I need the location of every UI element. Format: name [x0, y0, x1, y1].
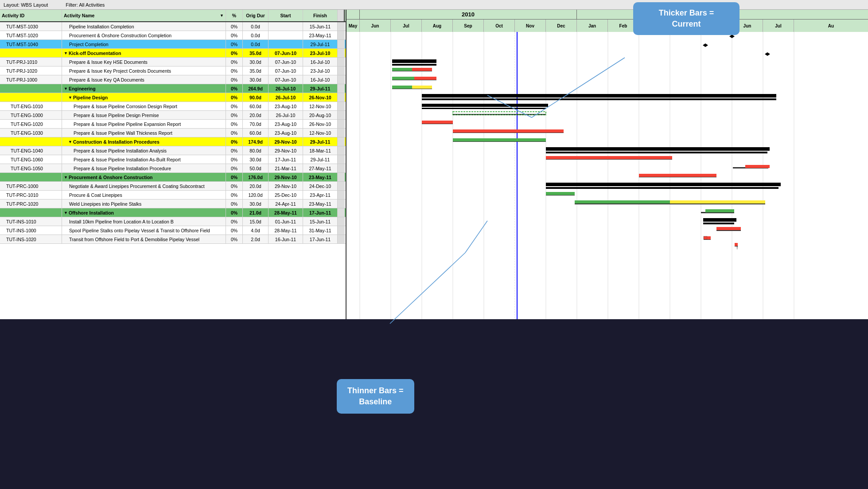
cell-finish: 29-Jul-11 — [303, 84, 338, 93]
table-row[interactable]: TUT-INS-1010 Install 10km Pipeline from … — [0, 217, 346, 226]
eng1050-baseline — [639, 176, 716, 177]
prc1020-green — [705, 209, 734, 212]
cell-start: 07-Jun-10 — [269, 67, 303, 75]
month-aug-2010: Aug — [422, 20, 453, 32]
cell-start: 23-Aug-10 — [269, 102, 303, 110]
cell-start: 29-Nov-10 — [269, 182, 303, 190]
ins1000-baseline — [704, 239, 711, 240]
cell-scroll — [338, 146, 345, 155]
table-row[interactable]: TUT-INS-1000 Spool Pipeline Stalks onto … — [0, 226, 346, 235]
cell-start: 26-Jul-10 — [269, 111, 303, 119]
cell-name: Install 10km Pipeline from Location A to… — [62, 217, 226, 226]
cell-id — [0, 93, 62, 102]
table-row[interactable]: TUT-ENG-1040 Prepare & Issue Pipeline In… — [0, 146, 346, 155]
eng1040-baseline — [546, 158, 672, 160]
ins1010-red2 — [728, 227, 741, 230]
cell-finish: 20-Aug-10 — [303, 111, 338, 119]
cell-id: TUT-PRC-1000 — [0, 182, 62, 190]
kickoff-group-bar-thick — [392, 59, 436, 63]
cell-name: Procure & Coat Linepipes — [62, 191, 226, 199]
table-row[interactable]: TUT-PRC-1000 Negotiate & Award Linepipes… — [0, 182, 346, 191]
cell-origdur: 0.0d — [243, 22, 269, 31]
prj1010-red — [412, 68, 432, 71]
cell-pct: 0% — [226, 84, 243, 93]
cell-scroll — [338, 84, 345, 93]
cell-name: Prepare & Issue Pipeline Pipeline Expans… — [62, 120, 226, 128]
table-row[interactable]: ▼ Construction & Installation Procedures… — [0, 137, 346, 146]
table-row[interactable]: TUT-PRC-1010 Procure & Coat Linepipes 0%… — [0, 191, 346, 200]
ins1020-red — [735, 243, 736, 246]
cell-scroll — [338, 235, 345, 243]
cell-scroll — [338, 67, 345, 75]
cell-id: TUT-ENG-1050 — [0, 164, 62, 172]
table-row[interactable]: TUT-PRC-1020 Weld Linepipes into Pipelin… — [0, 200, 346, 208]
cell-id: TUT-ENG-1060 — [0, 155, 62, 164]
prj1000-yellow — [412, 86, 432, 89]
table-row[interactable]: ▼ Offshore Installation 0% 21.0d 28-May-… — [0, 208, 346, 217]
cell-scroll — [338, 93, 345, 102]
milestone-mst-1020 — [703, 43, 708, 47]
cell-scroll — [338, 191, 345, 199]
cell-finish: 16-Jul-10 — [303, 75, 338, 84]
header-orig-dur: Orig Dur — [243, 10, 269, 21]
cell-id: TUT-ENG-1020 — [0, 120, 62, 128]
table-row[interactable]: TUT-PRJ-1000 Prepare & Issue Key QA Docu… — [0, 75, 346, 84]
cell-name: Negotiate & Award Linepipes Procurement … — [62, 182, 226, 190]
toggle-icon: ▼ — [64, 211, 68, 215]
cell-start: 26-Jul-10 — [269, 93, 303, 102]
table-row[interactable]: TUT-ENG-1060 Prepare & Issue Pipeline In… — [0, 155, 346, 164]
table-body: TUT-MST-1030 Pipeline Installation Compl… — [0, 22, 346, 319]
toggle-icon: ▼ — [64, 175, 68, 180]
cell-scroll — [338, 173, 345, 181]
prj1000-baseline — [392, 88, 432, 89]
table-row[interactable]: ▼ Kick-off Documentation 0% 35.0d 07-Jun… — [0, 49, 346, 58]
filter-arrow[interactable]: ▼ — [220, 13, 224, 18]
cell-name: ▼ Kick-off Documentation — [62, 49, 226, 57]
cell-start: 23-Aug-10 — [269, 129, 303, 137]
header-activity-name: Activity Name ▼ — [62, 10, 226, 21]
table-row[interactable]: TUT-ENG-1050 Prepare & Issue Pipeline In… — [0, 164, 346, 173]
table-row[interactable]: TUT-PRJ-1010 Prepare & Issue Key HSE Doc… — [0, 58, 346, 67]
cell-start — [269, 31, 303, 39]
prj1010-green — [392, 68, 412, 71]
cell-origdur: 174.9d — [243, 137, 269, 146]
cell-origdur: 15.0d — [243, 217, 269, 226]
cell-name: Prepare & Issue Pipeline Installation As… — [62, 155, 226, 164]
table-row[interactable]: TUT-PRJ-1020 Prepare & Issue Key Project… — [0, 67, 346, 75]
table-row[interactable]: ▼ Pipeline Design 0% 90.0d 26-Jul-10 26-… — [0, 93, 346, 102]
table-row[interactable]: TUT-MST-1030 Pipeline Installation Compl… — [0, 22, 346, 31]
cell-start: 23-Aug-10 — [269, 120, 303, 128]
cell-id: TUT-INS-1010 — [0, 217, 62, 226]
cell-pct: 0% — [226, 146, 243, 155]
cell-scroll — [338, 182, 345, 190]
month-may-partial: May — [346, 20, 360, 32]
table-row[interactable]: TUT-INS-1020 Transit from Offshore Field… — [0, 235, 346, 244]
cell-finish: 23-Jul-10 — [303, 67, 338, 75]
table-row[interactable]: TUT-MST-1040 Project Completion 0% 0.0d … — [0, 40, 346, 49]
eng1000-red2 — [437, 121, 453, 124]
table-row[interactable]: TUT-ENG-1000 Prepare & Issue Pipeline De… — [0, 111, 346, 120]
table-row[interactable]: TUT-MST-1020 Procurement & Onshore Const… — [0, 31, 346, 40]
cell-pct: 0% — [226, 75, 243, 84]
cell-start: 24-Apr-11 — [269, 200, 303, 208]
ins1020-baseline — [735, 245, 738, 246]
cell-pct: 0% — [226, 31, 243, 39]
construction-thick — [546, 147, 770, 151]
cell-pct: 0% — [226, 217, 243, 226]
table-row[interactable]: TUT-ENG-1020 Prepare & Issue Pipeline Pi… — [0, 120, 346, 129]
cell-finish: 16-Jul-10 — [303, 58, 338, 66]
cell-origdur: 30.0d — [243, 58, 269, 66]
table-row[interactable]: TUT-ENG-1010 Prepare & Issue Pipeline Co… — [0, 102, 346, 111]
table-row[interactable]: ▼ Procurement & Onshore Construction 0% … — [0, 173, 346, 182]
cell-start: 07-Jun-10 — [269, 75, 303, 84]
table-row[interactable]: ▼ Engineering 0% 264.9d 26-Jul-10 29-Jul… — [0, 84, 346, 93]
cell-finish: 23-Apr-11 — [303, 191, 338, 199]
ins1010-red — [716, 227, 728, 230]
cell-scroll — [338, 31, 345, 39]
cell-finish: 12-Nov-10 — [303, 129, 338, 137]
cell-scroll — [338, 208, 345, 217]
month-jan-2011: Jan — [577, 20, 608, 32]
table-row[interactable]: TUT-ENG-1030 Prepare & Issue Pipeline Wa… — [0, 129, 346, 137]
cell-name: Prepare & Issue Pipeline Installation Pr… — [62, 164, 226, 172]
cell-start: 01-Jun-11 — [269, 217, 303, 226]
